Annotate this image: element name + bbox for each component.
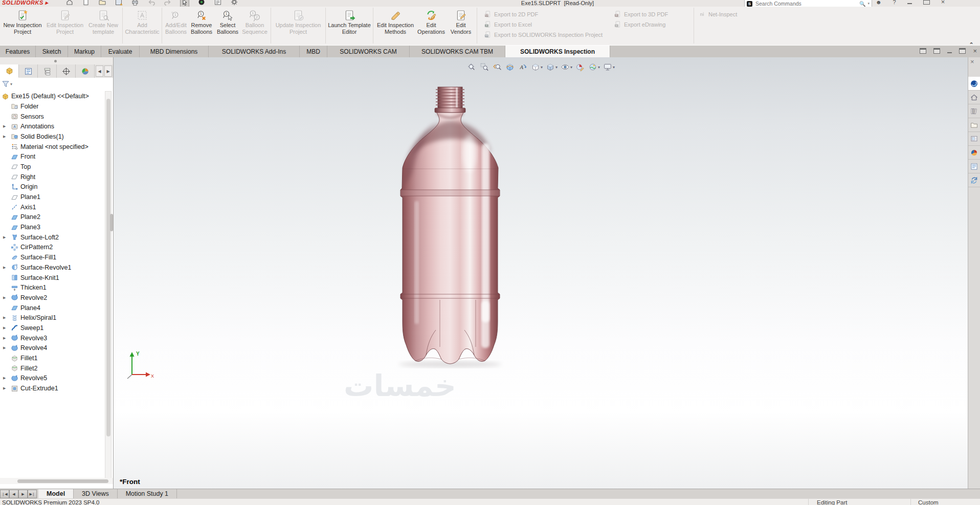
tab-solidworks-add-ins[interactable]: SOLIDWORKS Add-Ins [209,46,300,58]
tree-vertical-scrollbar[interactable] [105,91,112,479]
section-view-icon[interactable] [504,61,516,73]
ribbon-button-edit-operations[interactable]: Edit Operations [416,8,447,43]
filter-dropdown-icon[interactable]: ▾ [10,82,12,86]
search-dropdown-icon[interactable]: ▾ [867,2,870,6]
tree-item-plane3[interactable]: ▶ Plane3 [0,222,104,232]
chevron-down-icon[interactable]: ▾ [598,65,600,70]
ribbon-button-edit-inspection-project[interactable]: Edit Inspection Project [44,8,86,43]
tab-mbd-dimensions[interactable]: MBD Dimensions [140,46,209,58]
qat-button[interactable] [180,0,189,7]
zoom-fit-icon[interactable] [466,61,477,73]
ribbon-button-remove-balloons[interactable]: 1 Remove Balloons [188,8,215,43]
tree-item-fillet1[interactable]: ▶ Fillet1 [0,353,104,363]
minimize-icon[interactable] [907,3,912,4]
annotation-views-icon[interactable]: A [517,61,528,73]
tree-item-cirpattern2[interactable]: ▶ CirPattern2 [0,243,104,253]
tab-features[interactable]: Features [0,46,36,58]
panel-tab[interactable] [57,64,76,78]
ribbon-button-edit-inspection-methods[interactable]: Edit Inspection Methods [375,8,416,43]
task-pane-tab[interactable] [968,77,980,91]
document-tab-model[interactable]: Model [38,489,74,499]
tab-markup[interactable]: Markup [68,46,101,58]
tab-sketch[interactable]: Sketch [36,46,68,58]
ribbon-button-edit-vendors[interactable]: Edit Vendors [447,8,477,43]
task-pane-tab[interactable] [968,146,980,160]
ribbon-button-add-characteristic[interactable]: Add Characteristic [124,8,162,43]
panel-tab[interactable] [0,64,19,78]
expand-arrow-icon[interactable]: ▶ [3,346,6,350]
expand-arrow-icon[interactable]: ▶ [3,124,6,128]
expand-arrow-icon[interactable]: ▶ [3,376,6,380]
search-input[interactable] [754,0,857,7]
panel-tab[interactable] [19,64,38,78]
search-commands-box[interactable]: S 🔍 ▾ [744,0,872,7]
scrollbar-thumb[interactable] [106,99,110,436]
document-tab-motion-study-1[interactable]: Motion Study 1 [118,489,177,499]
tree-root[interactable]: Exe15 (Default) <<Default> [0,91,104,101]
apply-scene-icon[interactable] [587,61,598,73]
qat-button[interactable] [98,0,106,6]
graphics-viewport[interactable]: ▾ ▾ ▾ ▾ A ▾ ▾ ▾ [114,57,968,489]
hide-show-icon[interactable] [560,61,571,73]
ribbon-button-balloon-sequence[interactable]: 12 Balloon Sequence [240,8,271,43]
tree-item-surface-loft2[interactable]: ▶ Surface-Loft2 [0,232,104,243]
task-pane-tab[interactable] [968,118,980,132]
tree-item-solid-bodies-1[interactable]: ▶ Solid Bodies(1) [0,131,104,142]
qat-button[interactable] [131,0,139,6]
window-icon[interactable] [933,48,940,54]
tree-item-material-not-specified[interactable]: ▶ Material <not specified> [0,142,104,152]
chevron-down-icon[interactable]: ▾ [613,65,615,70]
task-pane-close-icon[interactable]: × [970,58,974,65]
expand-arrow-icon[interactable]: ▶ [3,386,6,390]
chevron-down-icon[interactable]: ▾ [570,65,572,70]
task-pane-tab[interactable] [968,173,980,187]
task-pane-tab[interactable] [968,160,980,173]
tree-item-surface-fill1[interactable]: ▶ Surface-Fill1 [0,252,104,262]
export-button-export-to-2d-pdf[interactable]: PDF Export to 2D PDF [484,10,606,18]
zoom-area-icon[interactable] [479,61,490,73]
expand-arrow-icon[interactable]: ▶ [3,326,6,330]
tree-item-surface-knit1[interactable]: ▶ Surface-Knit1 [0,273,104,283]
tree-item-plane1[interactable]: ▶ Plane1 [0,192,104,202]
export-button-export-to-3d-pdf[interactable]: 3D Export to 3D PDF [614,10,691,18]
tree-item-axis1[interactable]: ▶ Axis1 [0,202,104,212]
view-settings-icon[interactable] [602,61,613,73]
expand-arrow-icon[interactable]: ▶ [3,296,6,300]
close-document-icon[interactable]: × [973,48,977,54]
tree-horizontal-scrollbar[interactable] [0,478,113,484]
tree-item-fillet2[interactable]: ▶ Fillet2 [0,363,104,374]
qat-button[interactable] [115,0,123,6]
expand-arrow-icon[interactable]: ▶ [3,235,6,239]
expand-arrow-icon[interactable]: ▶ [3,316,6,320]
chevron-down-icon[interactable]: ▾ [541,65,543,70]
tree-item-revolve3[interactable]: ▶ Revolve3 [0,333,104,343]
tree-item-revolve2[interactable]: ▶ Revolve2 [0,293,104,303]
qat-button[interactable] [197,0,206,6]
task-pane-tab[interactable] [968,104,980,118]
filter-icon[interactable] [2,80,10,88]
qat-button[interactable] [147,0,155,6]
tree-item-thicken1[interactable]: ▶ Thicken1 [0,282,104,293]
last-tab-icon[interactable]: ▶❘ [28,490,37,498]
window-icon[interactable] [920,48,926,54]
close-icon[interactable]: × [941,0,945,5]
bottle-model[interactable] [338,81,563,372]
expand-arrow-icon[interactable]: ▶ [3,266,6,270]
ribbon-button-new-inspection-project[interactable]: New Inspection Project [1,8,44,43]
tree-item-front[interactable]: ▶ Front [0,151,104,162]
restore-icon[interactable] [923,0,930,5]
edit-appearance-icon[interactable] [574,61,586,73]
tree-item-origin[interactable]: ▶ Origin [0,182,104,192]
display-style-icon[interactable] [545,61,556,73]
tree-item-sweep1[interactable]: ▶ Sweep1 [0,323,104,333]
view-orientation-icon[interactable] [530,61,541,73]
tab-solidworks-cam[interactable]: SOLIDWORKS CAM [327,46,410,58]
tree-item-sensors[interactable]: ▶ Sensors [0,112,104,122]
export-button-export-to-excel[interactable]: X Export to Excel [484,20,606,29]
qat-button[interactable] [82,0,90,6]
first-tab-icon[interactable]: ❘◀ [0,490,9,498]
export-button-export-to-solidworks-inspection-project[interactable]: SW Export to SOLIDWORKS Inspection Proje… [484,30,606,39]
tree-item-revolve4[interactable]: ▶ Revolve4 [0,343,104,354]
chevron-down-icon[interactable]: ▾ [555,65,558,70]
ribbon-button-add-edit-balloons[interactable]: 1 Add/Edit Balloons [164,8,188,43]
